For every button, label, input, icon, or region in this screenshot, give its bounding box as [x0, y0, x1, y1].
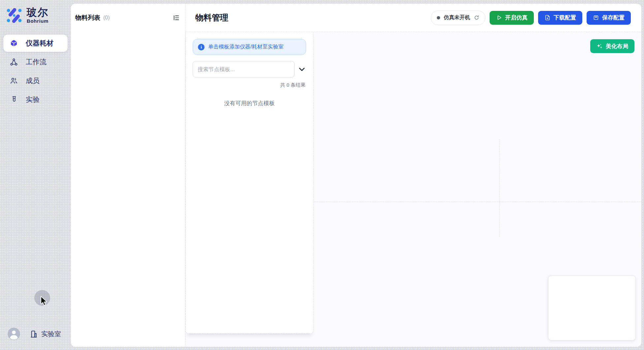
beautify-layout-button[interactable]: 美化布局 [590, 39, 634, 53]
chevron-down-icon [299, 68, 305, 71]
sidebar-item-label: 实验 [26, 95, 40, 104]
sidebar-item-label: 仪器耗材 [26, 39, 53, 48]
brand-name-en: Bohrium [27, 18, 48, 24]
no-templates-message: 没有可用的节点模板 [186, 100, 313, 107]
mouse-cursor [40, 296, 48, 308]
play-icon [496, 15, 502, 21]
sim-status-text: 仿真未开机 [444, 14, 470, 21]
app-root: { "brand": {"name_cn": "玻尔", "name_en": … [0, 0, 644, 350]
template-panel: i 单击模板添加仪器/耗材至实验室 共 0 条结果 没有可用的节点模板 [185, 32, 313, 334]
page-header: 物料管理 仿真未开机 [185, 4, 641, 32]
status-dot-icon [437, 16, 440, 19]
file-download-icon [544, 15, 551, 21]
sidebar-item-workflow[interactable]: 工作流 [3, 53, 68, 71]
sparkles-icon [596, 43, 603, 49]
template-hint-banner: i 单击模板添加仪器/耗材至实验室 [193, 39, 306, 55]
sidebar-item-label: 工作流 [26, 57, 47, 67]
sim-status-pill: 仿真未开机 [431, 11, 485, 25]
info-icon: i [198, 44, 205, 50]
experiment-icon [10, 96, 18, 103]
materials-panel: 物料列表 (0) [71, 4, 185, 347]
download-config-label: 下载配置 [554, 14, 576, 21]
cube-icon [10, 39, 18, 47]
page-title: 物料管理 [195, 12, 228, 23]
content-area: 物料管理 仿真未开机 [185, 4, 641, 347]
lab-building-icon [29, 330, 38, 338]
start-simulation-label: 开启仿真 [505, 14, 528, 21]
beautify-layout-label: 美化布局 [606, 43, 628, 50]
brand-logo: 玻尔 Bohrium [6, 7, 48, 24]
sidebar-item-experiment[interactable]: 实验 [3, 91, 68, 108]
sidebar-nav: 仪器耗材 工作流 成员 [3, 35, 68, 108]
result-count: 共 0 条结果 [186, 82, 306, 88]
template-search-input[interactable] [193, 61, 295, 77]
materials-panel-count: (0) [103, 15, 110, 21]
sidebar-footer: 实验室 [8, 328, 61, 340]
save-config-label: 保存配置 [602, 14, 625, 21]
sidebar-item-instruments[interactable]: 仪器耗材 [3, 35, 68, 52]
sidebar-item-members[interactable]: 成员 [3, 72, 68, 89]
expand-templates-button[interactable] [298, 66, 306, 73]
minimap-panel[interactable] [548, 276, 636, 340]
avatar[interactable] [8, 328, 20, 340]
refresh-icon[interactable] [474, 15, 479, 20]
lab-label: 实验室 [41, 330, 61, 338]
brand-name: 玻尔 Bohrium [27, 7, 48, 24]
canvas-gridline-vertical [499, 139, 499, 237]
workflow-icon [10, 58, 18, 66]
materials-panel-header: 物料列表 (0) [71, 4, 185, 32]
sidebar-item-label: 成员 [26, 76, 40, 85]
header-actions: 仿真未开机 开启仿真 [431, 11, 631, 25]
materials-panel-title: 物料列表 [75, 14, 100, 22]
collapse-list-icon[interactable] [173, 14, 180, 21]
lab-entry[interactable]: 实验室 [29, 330, 61, 338]
main-container: 物料列表 (0) 物料管理 仿真未开机 [71, 4, 641, 347]
canvas-gridline-horizontal [314, 202, 641, 202]
template-search-row [193, 61, 306, 77]
start-simulation-button[interactable]: 开启仿真 [490, 11, 534, 25]
template-hint-text: 单击模板添加仪器/耗材至实验室 [208, 44, 283, 50]
download-config-button[interactable]: 下载配置 [538, 11, 582, 25]
members-icon [10, 77, 18, 85]
bohrium-logo-icon [6, 7, 23, 24]
flow-canvas[interactable]: i 单击模板添加仪器/耗材至实验室 共 0 条结果 没有可用的节点模板 [185, 32, 641, 347]
brand-name-cn: 玻尔 [27, 7, 48, 18]
save-icon [593, 15, 599, 21]
save-config-button[interactable]: 保存配置 [587, 11, 631, 25]
